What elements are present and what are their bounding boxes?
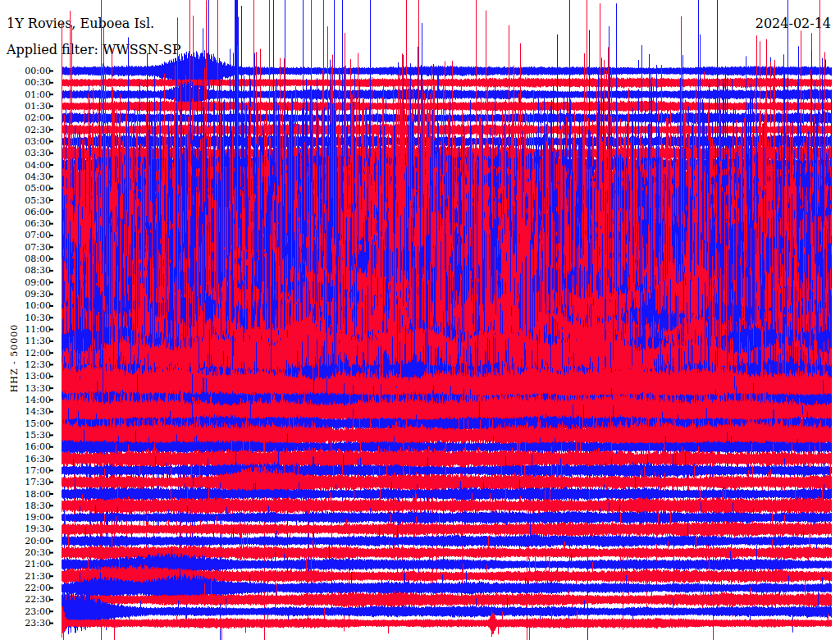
helicorder-page: 1Y Rovies, Euboea Isl. Applied filter: W… [0, 0, 840, 640]
helicorder-trace-canvas [0, 0, 840, 640]
